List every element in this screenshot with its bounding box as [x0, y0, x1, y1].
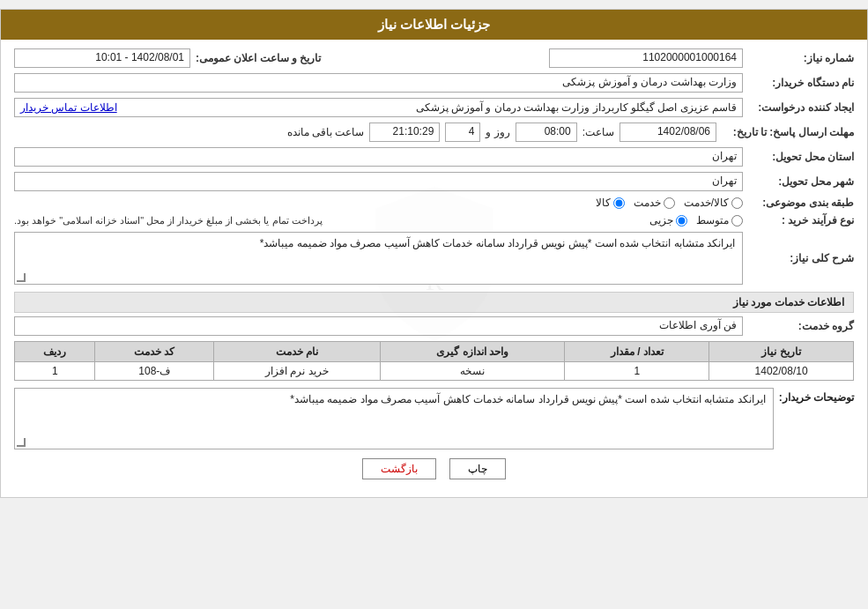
remaining-label: ساعت باقی مانده — [287, 126, 365, 138]
radio-service[interactable] — [664, 197, 675, 209]
cell-need-date: 1402/08/10 — [709, 362, 854, 381]
buyer-desc-box: ایرانکد متشابه انتخاب شده است *پیش نویس … — [14, 388, 774, 449]
button-row: چاپ بازگشت — [14, 458, 854, 479]
general-desc-box: ایرانکد متشابه انتخاب شده است *پیش نویس … — [14, 232, 743, 285]
time-value: 08:00 — [516, 123, 577, 142]
buyer-name-row: نام دستگاه خریدار: وزارت بهداشت درمان و … — [14, 73, 854, 93]
creator-name: قاسم عزیزی اصل گیگلو کاربرداز وزارت بهدا… — [416, 101, 737, 114]
days-label: روز و — [486, 126, 509, 138]
purchase-note: پرداخت تمام یا بخشی از مبلغ خریدار از مح… — [14, 215, 323, 227]
city-label: شهر محل تحویل: — [748, 175, 854, 188]
general-desc-label: شرح کلی نیاز: — [748, 252, 854, 264]
print-button[interactable]: چاپ — [449, 458, 506, 479]
buyer-desc-section: توضیحات خریدار: ایرانکد متشابه انتخاب شد… — [14, 388, 854, 449]
services-table: تاریخ نیاز تعداد / مقدار واحد اندازه گیر… — [14, 341, 854, 381]
announce-date-label: تاریخ و ساعت اعلان عمومی: — [196, 52, 321, 64]
col-service-code: کد خدمت — [95, 342, 214, 362]
city-row: شهر محل تحویل: تهران — [14, 172, 854, 191]
service-group-label: گروه خدمت: — [748, 320, 854, 332]
radio-goods-service-item: کالا/خدمت — [684, 197, 743, 209]
creator-value: قاسم عزیزی اصل گیگلو کاربرداز وزارت بهدا… — [14, 98, 743, 117]
need-number-value: 1102000001000164 — [549, 48, 743, 68]
service-group-row: گروه خدمت: فن آوری اطلاعات — [14, 316, 854, 336]
buyer-value: وزارت بهداشت درمان و آموزش پزشکی — [14, 73, 743, 93]
purchase-type-label: نوع فرآیند خرید : — [748, 214, 854, 227]
radio-partial-item: جزیی — [649, 214, 687, 227]
cell-unit: نسخه — [380, 362, 565, 381]
col-need-date: تاریخ نیاز — [709, 342, 854, 362]
buyer-label: نام دستگاه خریدار: — [748, 77, 854, 89]
cell-service-name: خرید نرم افزار — [214, 362, 381, 381]
buyer-desc-resize-handle[interactable] — [17, 438, 26, 447]
province-label: استان محل تحویل: — [748, 151, 854, 163]
service-group-value: فن آوری اطلاعات — [14, 316, 743, 336]
col-row-num: ردیف — [15, 342, 95, 362]
col-unit: واحد اندازه گیری — [380, 342, 565, 362]
remaining-value: 21:10:29 — [369, 123, 440, 142]
table-row: 1402/08/10 1 نسخه خرید نرم افزار ف-108 1 — [15, 362, 854, 381]
radio-goods-label: کالا — [596, 197, 611, 209]
services-header: اطلاعات خدمات مورد نیاز — [14, 292, 854, 313]
cell-quantity: 1 — [565, 362, 709, 381]
creator-label: ایجاد کننده درخواست: — [748, 101, 854, 114]
col-quantity: تعداد / مقدار — [565, 342, 709, 362]
send-date-label: مهلت ارسال پاسخ: تا تاریخ: — [722, 126, 854, 138]
category-radio-group: کالا/خدمت خدمت کالا — [596, 197, 743, 209]
city-value: تهران — [14, 172, 743, 191]
radio-medium-item: متوسط — [696, 214, 743, 227]
table-header-row: تاریخ نیاز تعداد / مقدار واحد اندازه گیر… — [15, 342, 854, 362]
creator-link[interactable]: اطلاعات تماس خریدار — [20, 101, 117, 114]
radio-medium-label: متوسط — [696, 214, 729, 227]
need-number-row: شماره نیاز: 1102000001000164 تاریخ و ساع… — [14, 48, 854, 68]
category-row: طبقه بندی موضوعی: کالا/خدمت خدمت کالا — [14, 197, 854, 209]
cell-row-num: 1 — [15, 362, 95, 381]
category-label: طبقه بندی موضوعی: — [748, 197, 854, 209]
send-date-row: مهلت ارسال پاسخ: تا تاریخ: 1402/08/06 سا… — [14, 123, 854, 142]
need-number-label: شماره نیاز: — [748, 52, 854, 64]
days-value: 4 — [445, 123, 480, 142]
resize-handle[interactable] — [17, 273, 26, 282]
back-button[interactable]: بازگشت — [362, 458, 436, 479]
province-row: استان محل تحویل: تهران — [14, 147, 854, 167]
radio-service-item: خدمت — [634, 197, 675, 209]
general-desc-value: ایرانکد متشابه انتخاب شده است *پیش نویس … — [260, 237, 735, 249]
general-desc-section: شرح کلی نیاز: ایرانکد متشابه انتخاب شده … — [14, 232, 854, 285]
radio-goods-service[interactable] — [731, 197, 743, 209]
time-label: ساعت: — [582, 126, 614, 138]
radio-partial-label: جزیی — [649, 214, 673, 227]
cell-service-code: ف-108 — [95, 362, 214, 381]
province-value: تهران — [14, 147, 743, 167]
creator-row: ایجاد کننده درخواست: قاسم عزیزی اصل گیگل… — [14, 98, 854, 117]
announce-date-value: 1402/08/01 - 10:01 — [14, 48, 190, 68]
radio-medium[interactable] — [731, 215, 743, 227]
page-title: جزئیات اطلاعات نیاز — [1, 10, 867, 40]
col-service-name: نام خدمت — [214, 342, 381, 362]
buyer-desc-label: توضیحات خریدار: — [779, 388, 854, 404]
purchase-type-row: نوع فرآیند خرید : متوسط جزیی پرداخت تمام… — [14, 214, 854, 227]
general-desc-container: ایرانکد متشابه انتخاب شده است *پیش نویس … — [14, 232, 743, 285]
general-desc-row: شرح کلی نیاز: ایرانکد متشابه انتخاب شده … — [14, 232, 854, 285]
purchase-type-radio-group: متوسط جزیی — [649, 214, 743, 227]
radio-goods[interactable] — [613, 197, 625, 209]
date-value: 1402/08/06 — [619, 123, 716, 142]
radio-goods-service-label: کالا/خدمت — [684, 197, 729, 209]
radio-partial[interactable] — [676, 215, 687, 227]
radio-service-label: خدمت — [634, 197, 661, 209]
radio-goods-item: کالا — [596, 197, 625, 209]
buyer-desc-value: ایرانکد متشابه انتخاب شده است *پیش نویس … — [290, 393, 765, 405]
